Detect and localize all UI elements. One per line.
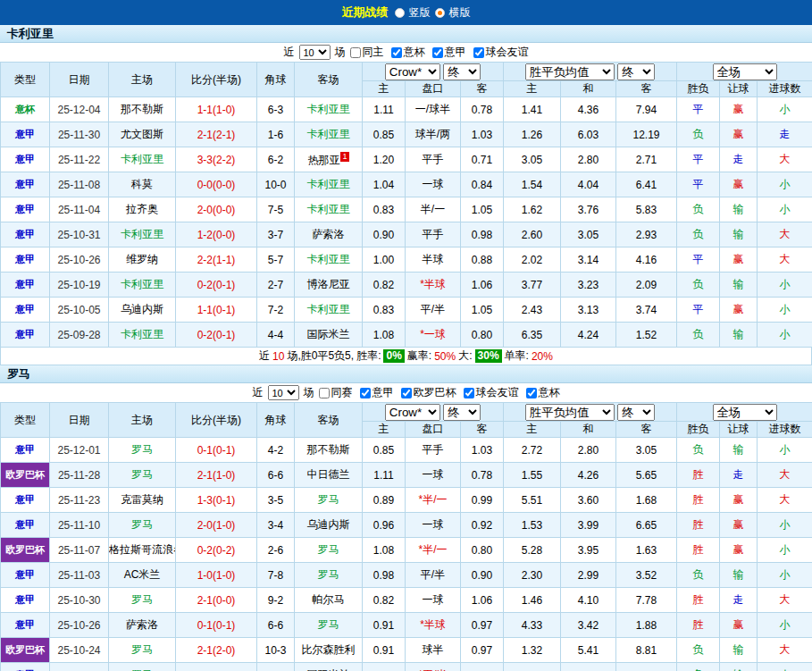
- handicap-odds-home: 0.83: [363, 298, 406, 323]
- corner-score: 7-5: [257, 197, 295, 222]
- match-date: 25-11-07: [50, 538, 109, 563]
- team-section-cagliari: 卡利亚里 近 10 场 同主意杯意甲球会友谊 类型 日期 主场 比分(半场) 角…: [0, 25, 812, 365]
- match-date: 25-11-04: [50, 197, 109, 222]
- avg-odds-home: 2.72: [504, 438, 561, 463]
- checkbox-input[interactable]: [319, 388, 330, 398]
- filter-checkbox-意杯[interactable]: 意杯: [526, 385, 560, 400]
- avg-odds-draw: 3.25: [561, 663, 616, 671]
- home-team: 格拉斯哥流浪者: [109, 538, 176, 563]
- checkbox-input[interactable]: [464, 388, 474, 398]
- checkbox-label: 同赛: [331, 385, 353, 400]
- vertical-radio[interactable]: [395, 8, 405, 18]
- away-team: 卡利亚里: [295, 97, 363, 122]
- checkbox-input[interactable]: [526, 388, 537, 398]
- match-count-select[interactable]: 10: [299, 45, 331, 60]
- avg-odds-home: 1.55: [504, 463, 561, 488]
- goals-result-cell: 小: [758, 97, 812, 122]
- handicap-odds-home: 1.20: [363, 147, 406, 172]
- odds-stage-select[interactable]: 终: [443, 404, 481, 421]
- handicap-line: *半球: [406, 613, 461, 638]
- odds-stage-select[interactable]: 终: [443, 63, 481, 80]
- handicap-odds-away: 0.97: [461, 638, 504, 663]
- league-type: 意甲: [1, 298, 50, 323]
- avg-odds-away: 2.93: [616, 222, 677, 247]
- filter-checkbox-同赛[interactable]: 同赛: [319, 385, 353, 400]
- avg-stage-select[interactable]: 终: [617, 63, 655, 80]
- league-type: 意甲: [1, 513, 50, 538]
- avg-odds-draw: 2.99: [561, 563, 616, 588]
- corner-score: 6-2: [257, 147, 295, 172]
- goals-result-cell: 小: [758, 298, 812, 323]
- avg-odds-draw: 4.26: [561, 463, 616, 488]
- handicap-line: 平手: [406, 222, 461, 247]
- away-team: 萨索洛: [295, 222, 363, 247]
- corner-score: 10-0: [257, 172, 295, 197]
- handicap-odds-home: 0.91: [363, 638, 406, 663]
- filter-checkbox-意甲[interactable]: 意甲: [360, 385, 394, 400]
- result-cell: 胜: [677, 588, 720, 613]
- corner-score: 4-4: [257, 323, 295, 348]
- scope-select[interactable]: 全场: [713, 63, 777, 80]
- odds-company-select[interactable]: Crow*: [385, 404, 440, 421]
- avg-odds-draw: 4.24: [561, 323, 616, 348]
- handicap-line: 一球: [406, 172, 461, 197]
- odds-company-select[interactable]: Crow*: [385, 63, 440, 80]
- col-odds-home: 主: [363, 422, 406, 438]
- single-rate-label: 单率:: [505, 348, 529, 364]
- away-team: 乌迪内斯: [295, 513, 363, 538]
- horizontal-radio[interactable]: [435, 8, 445, 18]
- avg-odds-draw: 6.03: [561, 122, 616, 147]
- handicap-odds-home: 1.08: [363, 538, 406, 563]
- handicap-result-cell: 赢: [720, 538, 758, 563]
- filter-checkbox-意杯[interactable]: 意杯: [391, 45, 425, 60]
- scope-select-group: 全场: [677, 63, 812, 81]
- filter-checkbox-意甲[interactable]: 意甲: [432, 45, 466, 60]
- col-avg-away: 客: [616, 81, 677, 97]
- checkbox-input[interactable]: [401, 388, 412, 398]
- handicap-odds-home: 0.91: [363, 613, 406, 638]
- checkbox-input[interactable]: [432, 47, 443, 58]
- corner-score: 6-6: [257, 613, 295, 638]
- avg-type-select[interactable]: 胜平负均值: [525, 63, 615, 80]
- league-type: 意甲: [1, 588, 50, 613]
- avg-stage-select[interactable]: 终: [617, 404, 655, 421]
- scope-select-group: 全场: [677, 403, 812, 422]
- checkbox-input[interactable]: [360, 388, 371, 398]
- result-cell: 负: [677, 222, 720, 247]
- handicap-line: 一/球半: [406, 97, 461, 122]
- handicap-odds-home: 0.82: [363, 273, 406, 298]
- home-team: 拉齐奥: [109, 197, 176, 222]
- filter-checkbox-球会友谊[interactable]: 球会友谊: [473, 45, 529, 60]
- match-row: 意甲25-10-26萨索洛0-1(0-1)6-6罗马0.91*半球0.974.3…: [1, 613, 812, 638]
- checkbox-input[interactable]: [350, 47, 361, 58]
- handicap-odds-away: 0.80: [461, 323, 504, 348]
- avg-odds-draw: 3.95: [561, 538, 616, 563]
- filter-checkbox-同主[interactable]: 同主: [350, 45, 384, 60]
- away-team: 卡利亚里: [295, 172, 363, 197]
- match-count-select[interactable]: 10: [268, 385, 299, 400]
- avg-odds-draw: 3.05: [561, 222, 616, 247]
- match-date: 25-10-24: [50, 638, 109, 663]
- col-away: 客场: [295, 63, 363, 97]
- score-halftime: 0-2(0-2): [176, 538, 257, 563]
- vertical-radio-label[interactable]: 竖版: [409, 5, 431, 21]
- handicap-odds-away: 1.06: [461, 588, 504, 613]
- home-team: 卡利亚里: [109, 323, 176, 348]
- match-row: 意甲25-12-01罗马0-1(0-1)4-2那不勒斯0.85平手1.032.7…: [1, 438, 812, 463]
- checkbox-input[interactable]: [473, 47, 484, 58]
- scope-select[interactable]: 全场: [713, 404, 777, 421]
- handicap-line: 一球: [406, 463, 461, 488]
- score-halftime: 1-1(1-0): [176, 97, 257, 122]
- col-result: 胜负: [677, 81, 720, 97]
- home-team: 罗马: [109, 463, 176, 488]
- team-name: 卡利亚里: [7, 26, 54, 42]
- avg-type-select[interactable]: 胜平负均值: [525, 404, 615, 421]
- match-row: 意甲25-11-22卡利亚里3-3(2-2)6-2热那亚11.20平手0.713…: [1, 147, 812, 172]
- league-type: 意甲: [1, 323, 50, 348]
- result-cell: 胜: [677, 613, 720, 638]
- checkbox-input[interactable]: [391, 47, 402, 58]
- corner-score: 2-6: [257, 538, 295, 563]
- filter-checkbox-球会友谊[interactable]: 球会友谊: [464, 385, 519, 400]
- horizontal-radio-label[interactable]: 横版: [449, 5, 471, 21]
- filter-checkbox-欧罗巴杯[interactable]: 欧罗巴杯: [401, 385, 456, 400]
